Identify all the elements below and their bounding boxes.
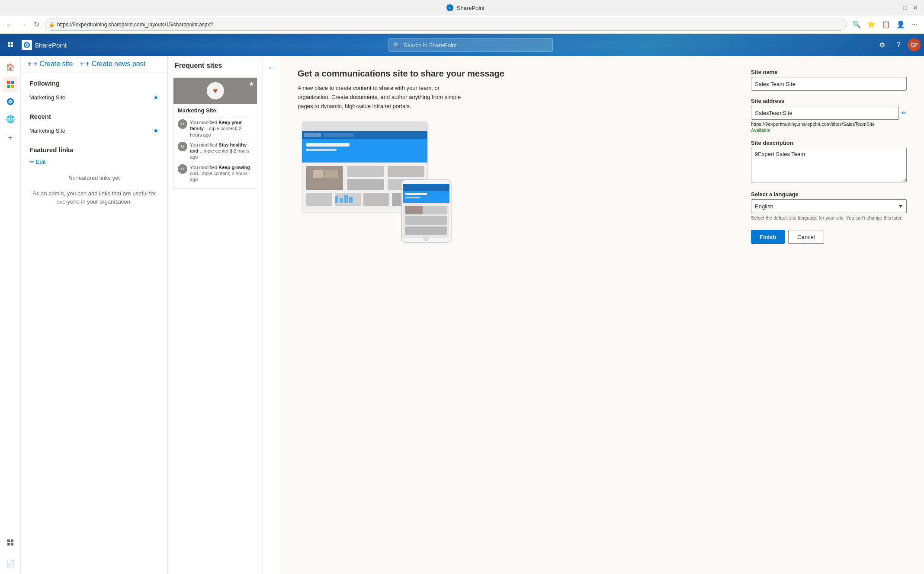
- svg-rect-38: [335, 196, 338, 203]
- site-address-group: Site address ✏ https://9experttraining.s…: [751, 98, 907, 133]
- site-description-label: Site description: [751, 140, 907, 146]
- sp-search-box[interactable]: 🔍 Search in SharePoint: [388, 38, 553, 52]
- address-bar-wrap: 🔒: [45, 19, 847, 31]
- svg-rect-50: [405, 197, 420, 198]
- search-placeholder: Search in SharePoint: [404, 42, 457, 48]
- address-bar-input[interactable]: [45, 19, 847, 31]
- site-description-group: Site description 9Expert Sales Team: [751, 140, 907, 184]
- svg-rect-11: [7, 85, 10, 88]
- back-button[interactable]: ←: [4, 19, 15, 30]
- no-links-subtitle: As an admin, you can add links that are …: [29, 186, 159, 210]
- grid-icon-btn[interactable]: [3, 535, 18, 550]
- sp-home-panel: + + Create site + + Create news post Fol…: [21, 56, 168, 574]
- svg-rect-28: [306, 149, 337, 151]
- back-to-panel-button[interactable]: ←: [265, 61, 278, 75]
- language-group: Select a language English French German …: [751, 191, 907, 221]
- marketing-site-card[interactable]: ♥ ★ Marketing Site U You modified Keep y…: [173, 77, 257, 188]
- site-name-label: Site name: [751, 69, 907, 75]
- zoom-icon[interactable]: 🔍: [850, 19, 863, 30]
- svg-rect-3: [11, 42, 13, 44]
- sp-logo-area: SharePoint: [22, 40, 67, 50]
- site-address-input[interactable]: [751, 106, 899, 120]
- language-select[interactable]: English French German Spanish: [751, 199, 907, 213]
- collection-icon[interactable]: 📋: [880, 19, 892, 30]
- browser-actions: 🔍 ⭐ 📋 👤 ⋯: [850, 19, 920, 30]
- page-icon-btn[interactable]: 📄: [3, 555, 18, 571]
- window-controls: ─ □ ✕: [891, 4, 919, 11]
- activity-avatar-3: U: [178, 164, 187, 174]
- add-icon-btn[interactable]: +: [3, 130, 18, 146]
- globe-icon-btn[interactable]: 🌐: [3, 111, 18, 127]
- svg-rect-27: [306, 143, 350, 147]
- svg-rect-39: [340, 198, 343, 203]
- sp-topbar-actions: ⚙ ? CP: [875, 38, 921, 52]
- activity-avatar-1: U: [178, 119, 187, 129]
- create-site-description: A new place to create content to share w…: [298, 84, 462, 111]
- following-site-item[interactable]: Marketing Site ★: [29, 92, 159, 102]
- activity-avatar-2: U: [178, 142, 187, 151]
- cancel-button[interactable]: Cancel: [788, 230, 824, 244]
- site-activity: U You modified Keep your family ...mple …: [173, 117, 257, 188]
- home-icon-btn[interactable]: 🏠: [3, 59, 18, 75]
- create-site-button[interactable]: + + Create site: [28, 60, 73, 68]
- no-links-title: No featured links yet: [29, 170, 159, 186]
- menu-icon[interactable]: ⋯: [909, 19, 920, 30]
- svg-rect-40: [344, 195, 348, 203]
- svg-rect-9: [7, 81, 10, 84]
- language-select-wrap: English French German Spanish ▼: [751, 199, 907, 213]
- featured-links-title: Featured links: [29, 146, 159, 153]
- minimize-button[interactable]: ─: [891, 4, 898, 11]
- address-bar-row: ← → ↻ 🔒 🔍 ⭐ 📋 👤 ⋯: [0, 16, 924, 34]
- create-news-button[interactable]: + + Create news post: [80, 60, 146, 68]
- site-preview-svg: [298, 119, 458, 245]
- svg-rect-32: [347, 179, 384, 190]
- svg-rect-4: [8, 45, 10, 47]
- recent-section: Recent Marketing Site ★: [21, 106, 167, 139]
- user-profile-icon[interactable]: 👤: [895, 19, 907, 30]
- search-icon: 🔍: [393, 42, 400, 48]
- svg-rect-43: [313, 170, 324, 178]
- site-card-name: Marketing Site: [173, 104, 257, 117]
- svg-rect-30: [347, 166, 384, 177]
- svg-rect-10: [11, 81, 14, 84]
- maximize-button[interactable]: □: [902, 4, 908, 11]
- activity-text-1: You modified Keep your family ...mple co…: [190, 119, 253, 138]
- sp-brand-name: SharePoint: [35, 41, 67, 49]
- svg-rect-34: [306, 193, 332, 206]
- site-description-textarea[interactable]: 9Expert Sales Team: [751, 148, 907, 182]
- side-icons: 🏠 🌐 +: [0, 56, 21, 574]
- svg-rect-44: [325, 170, 338, 178]
- office-icon-btn[interactable]: [3, 77, 18, 92]
- svg-rect-22: [302, 129, 427, 131]
- favorites-icon[interactable]: ⭐: [865, 19, 877, 30]
- frequent-sites-header: Frequent sites: [168, 56, 263, 74]
- site-name-input[interactable]: [751, 77, 907, 91]
- reload-button[interactable]: ↻: [32, 19, 41, 30]
- finish-button[interactable]: Finish: [751, 230, 785, 244]
- recent-site-item[interactable]: Marketing Site ★: [29, 125, 159, 136]
- site-address-status: Available: [751, 128, 907, 133]
- user-avatar[interactable]: CP: [908, 38, 921, 51]
- waffle-menu-button[interactable]: [3, 37, 19, 53]
- forward-button[interactable]: →: [18, 19, 29, 30]
- site-address-edit-button[interactable]: ✏: [902, 109, 907, 116]
- settings-icon[interactable]: ⚙: [875, 38, 889, 52]
- svg-rect-49: [405, 193, 427, 195]
- sharepoint-icon-btn[interactable]: [3, 94, 18, 109]
- plus-icon: +: [28, 60, 32, 68]
- svg-rect-12: [11, 85, 14, 88]
- sp-search-wrap: 🔍 Search in SharePoint: [67, 38, 875, 52]
- svg-rect-36: [363, 193, 389, 206]
- svg-rect-54: [405, 206, 423, 214]
- svg-point-55: [424, 236, 429, 241]
- site-address-row: ✏: [751, 106, 907, 120]
- lock-icon: 🔒: [49, 22, 55, 27]
- create-site-panel: Get a communications site to share your …: [280, 56, 924, 574]
- plus-icon-news: +: [80, 60, 84, 68]
- sp-home-toolbar: + + Create site + + Create news post: [21, 56, 167, 73]
- create-site-title: Get a communications site to share your …: [298, 69, 734, 79]
- close-button[interactable]: ✕: [912, 4, 919, 11]
- featured-links-edit-button[interactable]: ✏ Edit: [29, 159, 45, 165]
- help-icon[interactable]: ?: [891, 38, 906, 52]
- site-name-group: Site name: [751, 69, 907, 91]
